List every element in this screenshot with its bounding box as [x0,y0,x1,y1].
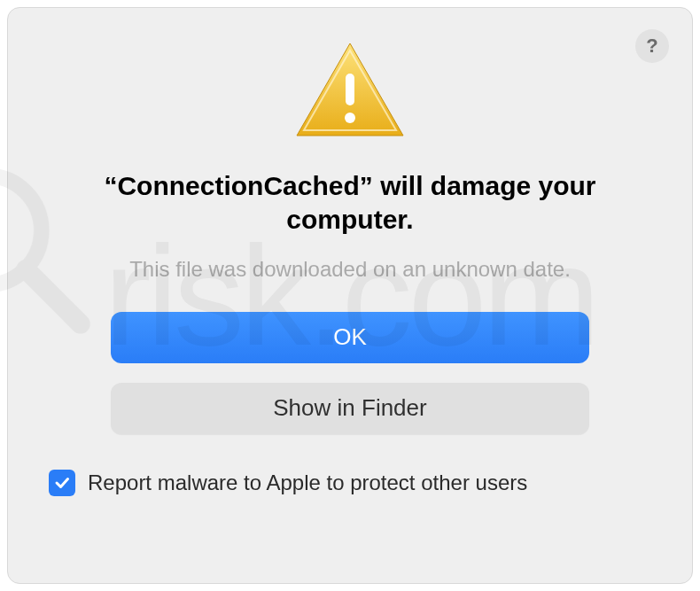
show-in-finder-label: Show in Finder [273,394,426,422]
gatekeeper-dialog: risk.com ? “ConnectionCached” will damag… [7,7,693,584]
svg-line-1 [26,269,81,324]
checkmark-icon [53,474,71,492]
ok-button[interactable]: OK [111,312,589,363]
report-malware-row: Report malware to Apple to protect other… [43,470,527,496]
svg-point-3 [345,113,355,123]
help-button[interactable]: ? [635,29,669,63]
report-malware-checkbox[interactable] [49,470,75,496]
ok-button-label: OK [333,323,367,351]
dialog-title: “ConnectionCached” will damage your comp… [84,169,616,237]
show-in-finder-button[interactable]: Show in Finder [111,383,589,434]
svg-point-0 [0,175,42,284]
help-icon: ? [646,35,657,58]
dialog-subtitle: This file was downloaded on an unknown d… [129,257,571,282]
report-malware-label: Report malware to Apple to protect other… [88,470,527,495]
svg-rect-2 [346,74,354,105]
warning-icon [292,38,408,144]
